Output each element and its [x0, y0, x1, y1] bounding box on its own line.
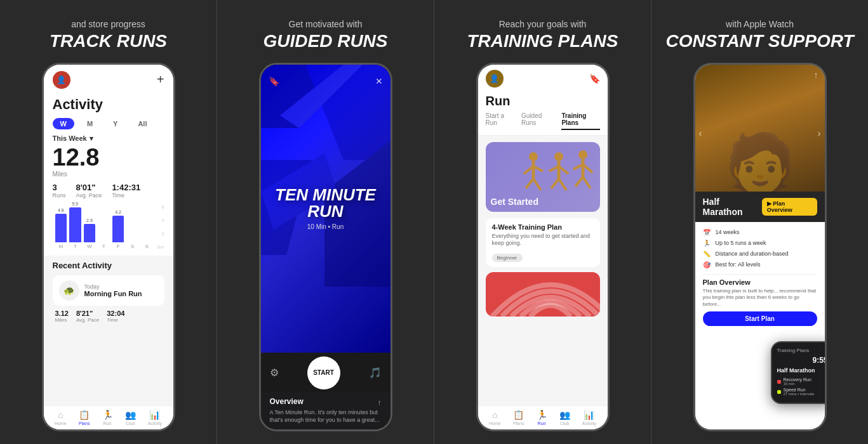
next-arrow[interactable]: › [818, 128, 821, 138]
target-icon: 🎯 [703, 261, 712, 268]
watch-item-color-2 [777, 390, 781, 394]
tp-get-started-card[interactable]: Get Started [486, 142, 600, 212]
guided-title-block: TEN MINUTE RUN 10 Min • Run [275, 186, 376, 230]
bookmark-icon[interactable]: 🔖 [269, 76, 279, 86]
calendar-icon: 📅 [703, 229, 712, 236]
arcs-svg [486, 272, 600, 317]
overview-text: A Ten Minute Run. It's only ten minutes … [270, 408, 382, 424]
watch-item-2: Speed Run 27 mins • intervals [777, 388, 827, 396]
activity-icon-3: 📊 [584, 410, 594, 420]
watch-item-sub-2: 27 mins • intervals [784, 392, 827, 396]
svg-point-12 [554, 152, 563, 161]
guided-main-title-line2: RUN [275, 203, 376, 219]
club-icon-3: 👥 [559, 410, 570, 420]
bar-w: 2.9 W [84, 218, 96, 249]
bar-m: 4.8 M [55, 208, 67, 249]
panel1-subtext: and store progress [50, 19, 167, 29]
nav-activity[interactable]: 📊 Activity [148, 410, 162, 426]
panel1-title: TRACK RUNS [50, 32, 167, 51]
watch-time: 9:55 [777, 356, 827, 365]
nav-plans[interactable]: 📋 Plans [79, 410, 90, 426]
tp-red-card[interactable] [486, 272, 600, 317]
panel3-subtext: Reach your goals with [467, 19, 618, 29]
screen-3: 👤 🔖 Run Start a Run Guided Runs Training… [478, 65, 608, 429]
panel2-heading: Get motivated with GUIDED RUNS [263, 19, 387, 51]
home-icon: ⌂ [58, 410, 63, 420]
tab-w[interactable]: W [53, 118, 74, 129]
settings-icon[interactable]: ⚙ [270, 367, 279, 379]
chart-area: 6 4 2 0mi 4.8 M 5.5 [53, 205, 164, 249]
recent-item[interactable]: 🐢 Today Morning Fun Run [53, 275, 164, 306]
plan-overview-section: Plan Overview This training plan is buil… [703, 274, 817, 326]
start-button[interactable]: START [307, 356, 340, 389]
watch-header: Training Plans [777, 348, 827, 353]
nav-home-3[interactable]: ⌂ Home [489, 410, 501, 426]
nav-home[interactable]: ⌂ Home [55, 410, 67, 426]
guided-controls: ⚙ START 🎵 [261, 353, 391, 392]
screen-2: 🔖 ✕ TEN MINUTE RUN 10 Min • Run ⚙ START … [261, 65, 391, 429]
panel-training-plans: Reach your goals with TRAINING PLANS 👤 🔖… [434, 0, 651, 444]
ruler-icon: 📏 [703, 251, 712, 258]
recent-info: Today Morning Fun Run [84, 284, 158, 297]
overview-title: Overview [270, 397, 304, 406]
tab-all[interactable]: All [130, 118, 154, 129]
watch-overlay: Training Plans 9:55 Half Marathon Recove… [771, 341, 827, 404]
tab-training-plans[interactable]: Training Plans [561, 112, 599, 130]
guided-hero: 🔖 ✕ TEN MINUTE RUN 10 Min • Run [261, 65, 391, 353]
tab-start-run[interactable]: Start a Run [486, 112, 514, 130]
nav-run[interactable]: 🏃 Run [102, 410, 113, 426]
guided-info-section: Overview ↑ A Ten Minute Run. It's only t… [261, 392, 391, 429]
nav-plans-3[interactable]: 📋 Plans [513, 410, 524, 426]
recent-stat-pace: 8'21" Avg. Pace [76, 310, 99, 323]
phone-mockup-1: 👤 + Activity W M Y All This Week ▾ 12.8 … [42, 63, 175, 431]
start-plan-button[interactable]: Start Plan [703, 311, 817, 326]
home-icon-3: ⌂ [492, 410, 497, 420]
recent-section: Recent Activity 🐢 Today Morning Fun Run … [44, 256, 173, 405]
nav-club[interactable]: 👥 Club [125, 410, 136, 426]
plan-overview-button[interactable]: ▶ Plan Overview [762, 198, 817, 216]
nav-activity-3[interactable]: 📊 Activity [582, 410, 596, 426]
panel2-title: GUIDED RUNS [263, 32, 387, 51]
music-icon[interactable]: 🎵 [369, 367, 382, 379]
stat-pace: 8'01" Avg. Pace [76, 183, 102, 199]
plus-icon[interactable]: + [157, 72, 164, 87]
panel2-subtext: Get motivated with [263, 19, 387, 29]
tp-run-title: Run [478, 91, 608, 112]
watch-title: Half Marathon [777, 367, 827, 374]
phone-mockup-2: 🔖 ✕ TEN MINUTE RUN 10 Min • Run ⚙ START … [259, 63, 392, 431]
share-icon[interactable]: ↑ [378, 398, 382, 407]
detail-distance: 📏 Distance and duration-based [703, 249, 817, 259]
panel4-title: CONSTANT SUPPORT [665, 32, 853, 51]
tab-row: W M Y All [53, 118, 164, 129]
bookmark-icon-3[interactable]: 🔖 [589, 74, 600, 84]
plan-overview-text: This training plan is built to help... r… [703, 288, 817, 308]
panel-guided-runs: Get motivated with GUIDED RUNS 🔖 ✕ [217, 0, 434, 444]
tab-m[interactable]: M [79, 118, 100, 129]
panel1-heading: and store progress TRACK RUNS [50, 19, 167, 51]
watch-item-name-2: Speed Run [784, 388, 827, 392]
guided-main-title-line1: TEN MINUTE [275, 186, 376, 203]
nav-run-3[interactable]: 🏃 Run [537, 410, 547, 426]
avatar: 👤 [53, 71, 70, 89]
stat-runs: 3 Runs [53, 183, 66, 199]
watch-item-1: Recovery Run 16 min [777, 377, 827, 386]
nav-arrows: ‹ › [695, 128, 825, 138]
title-bar: Half Marathon ▶ Plan Overview [695, 192, 825, 222]
svg-line-11 [533, 179, 541, 190]
plans-icon: 📋 [79, 410, 90, 420]
tab-guided-runs[interactable]: Guided Runs [521, 112, 554, 130]
close-icon[interactable]: ✕ [375, 76, 383, 86]
prev-arrow[interactable]: ‹ [699, 128, 702, 138]
stat-time: 1:42:31 Time [112, 183, 140, 199]
phone-mockup-3: 👤 🔖 Run Start a Run Guided Runs Training… [476, 63, 610, 431]
tab-y[interactable]: Y [105, 118, 125, 129]
miles-label: Miles [53, 171, 164, 178]
bar-t2: T [98, 241, 110, 249]
activity-section: Activity W M Y All This Week ▾ 12.8 Mile… [44, 93, 173, 256]
svg-line-23 [583, 177, 591, 188]
nav-club-3[interactable]: 👥 Club [559, 410, 570, 426]
bar-s2: S [141, 241, 153, 249]
share-icon-4[interactable]: ↑ [814, 70, 818, 80]
bottom-nav-1: ⌂ Home 📋 Plans 🏃 Run 👥 Club 📊 Acti [44, 405, 173, 429]
recent-stat-miles: 3.12 Miles [55, 310, 69, 323]
